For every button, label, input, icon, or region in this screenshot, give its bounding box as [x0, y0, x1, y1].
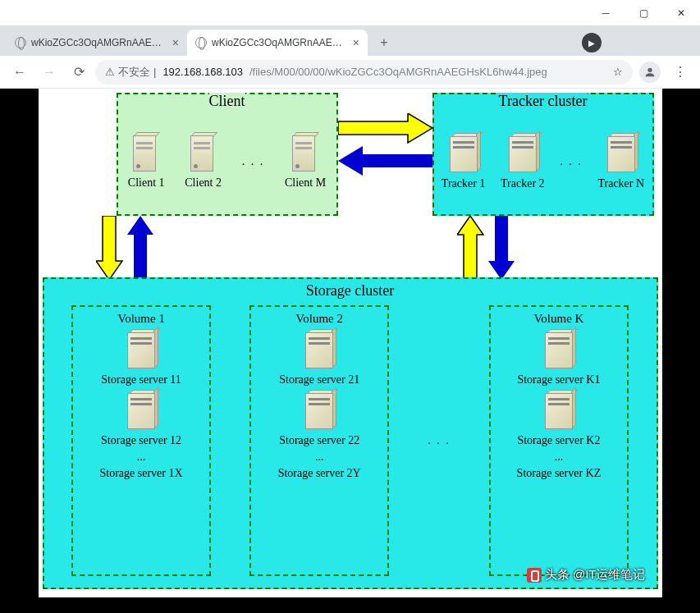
- new-tab-button[interactable]: +: [373, 31, 396, 54]
- storage-cluster-title: Storage cluster: [306, 282, 394, 300]
- browser-tab-0[interactable]: wKioZGCc3OqAMGRnAAEGHs ×: [7, 30, 187, 56]
- volume-title: Volume 2: [295, 312, 343, 326]
- storage-node: Storage server 21: [279, 329, 359, 387]
- arrow-client-tracker: [338, 113, 432, 179]
- tab-title: wKioZGCc3OqAMGRnAAEGHs: [31, 37, 167, 48]
- reload-button[interactable]: ⟳: [66, 59, 92, 85]
- server-icon: [446, 133, 481, 176]
- svg-marker-5: [457, 216, 483, 280]
- ellipsis: ...: [555, 451, 564, 464]
- svg-marker-2: [338, 146, 432, 176]
- window-maximize-button[interactable]: ▢: [625, 0, 662, 26]
- ellipsis: ...: [137, 451, 146, 464]
- client-cluster-title: Client: [209, 93, 245, 110]
- server-icon: [302, 390, 336, 432]
- storage-node: Storage server K2: [517, 390, 600, 447]
- pc-icon: [185, 134, 222, 175]
- storage-node: Storage server 12: [101, 390, 181, 447]
- page-viewport: Client Client 1 Client 2 . . . Client M: [0, 89, 700, 613]
- client-cluster: Client Client 1 Client 2 . . . Client M: [117, 93, 338, 216]
- menu-button[interactable]: ⋮: [667, 59, 693, 85]
- server-icon: [506, 133, 540, 176]
- server-icon: [124, 329, 158, 372]
- server-icon: [302, 329, 336, 372]
- server-icon: [124, 390, 158, 432]
- architecture-diagram: Client Client 1 Client 2 . . . Client M: [39, 89, 662, 597]
- ellipsis: . . .: [428, 434, 451, 447]
- arrow-tracker-storage: [457, 216, 515, 281]
- browser-tab-1[interactable]: wKioZGCc3OqAMGRnAAEGHs ×: [187, 30, 368, 56]
- url-host: 192.168.168.103: [162, 66, 243, 78]
- svg-marker-6: [488, 216, 515, 280]
- address-bar[interactable]: ⚠ 不安全 | 192.168.168.103/files/M00/00/00/…: [95, 60, 633, 85]
- svg-marker-3: [96, 216, 122, 280]
- svg-marker-4: [127, 216, 153, 280]
- svg-marker-1: [338, 113, 432, 143]
- ellipsis: ...: [315, 451, 324, 464]
- storage-last: Storage server 2Y: [278, 467, 361, 480]
- watermark: 头条 @IT运维笔记: [527, 567, 646, 583]
- volume-title: Volume K: [533, 312, 583, 326]
- window-titlebar: ─ ▢ ✕: [0, 0, 700, 26]
- client-node: Client M: [285, 134, 326, 190]
- storage-cluster: Storage cluster Volume 1 Storage server …: [43, 277, 658, 589]
- toutiao-icon: [527, 568, 542, 583]
- client-node: Client 2: [185, 134, 222, 190]
- volume-box: Volume 2 Storage server 21 Storage serve…: [249, 305, 389, 576]
- volume-box: Volume 1 Storage server 11 Storage serve…: [71, 305, 211, 576]
- svg-point-0: [647, 67, 652, 71]
- tracker-node: Tracker N: [597, 133, 644, 190]
- tracker-node: Tracker 2: [501, 133, 545, 190]
- ellipsis: . . .: [560, 155, 583, 168]
- pc-icon: [287, 134, 323, 175]
- close-icon[interactable]: ×: [353, 36, 359, 49]
- watermark-text: 头条 @IT运维笔记: [545, 567, 646, 583]
- storage-node: Storage server 11: [101, 329, 181, 387]
- volume-title: Volume 1: [117, 312, 165, 326]
- browser-toolbar: ← → ⟳ ⚠ 不安全 | 192.168.168.103/files/M00/…: [0, 56, 700, 89]
- close-icon[interactable]: ×: [172, 36, 179, 49]
- storage-last: Storage server KZ: [517, 467, 602, 480]
- url-path: /files/M00/00/00/wKioZGCc3OqAMGRnAAEGHsK…: [249, 66, 547, 78]
- star-icon[interactable]: ☆: [613, 66, 623, 78]
- profile-button[interactable]: [639, 62, 661, 83]
- pc-icon: [128, 134, 164, 175]
- forward-button[interactable]: →: [36, 59, 62, 85]
- insecure-warning: ⚠ 不安全 |: [105, 65, 156, 80]
- window-close-button[interactable]: ✕: [662, 0, 700, 26]
- server-icon: [542, 390, 576, 432]
- arrow-client-storage: [96, 216, 153, 281]
- server-icon: [542, 329, 576, 372]
- storage-node: Storage server 22: [279, 390, 359, 447]
- server-icon: [604, 133, 638, 176]
- storage-node: Storage server K1: [517, 329, 600, 387]
- tab-strip: wKioZGCc3OqAMGRnAAEGHs × wKioZGCc3OqAMGR…: [0, 26, 700, 56]
- person-icon: [643, 66, 657, 79]
- tracker-cluster: Tracker cluster Tracker 1 Tracker 2 . . …: [432, 93, 654, 216]
- storage-last: Storage server 1X: [100, 467, 183, 480]
- window-minimize-button[interactable]: ─: [587, 0, 625, 26]
- warning-icon: ⚠: [105, 66, 115, 78]
- media-control-icon[interactable]: ▶: [582, 33, 602, 53]
- tab-title: wKioZGCc3OqAMGRnAAEGHs: [212, 37, 348, 48]
- tracker-cluster-title: Tracker cluster: [499, 93, 588, 110]
- globe-icon: [195, 37, 207, 48]
- ellipsis: . . .: [242, 155, 265, 168]
- tracker-node: Tracker 1: [442, 133, 486, 190]
- volume-box: Volume K Storage server K1 Storage serve…: [489, 305, 629, 576]
- insecure-label: 不安全: [118, 65, 150, 80]
- client-node: Client 1: [128, 134, 165, 190]
- globe-icon: [15, 37, 26, 48]
- back-button[interactable]: ←: [7, 59, 33, 85]
